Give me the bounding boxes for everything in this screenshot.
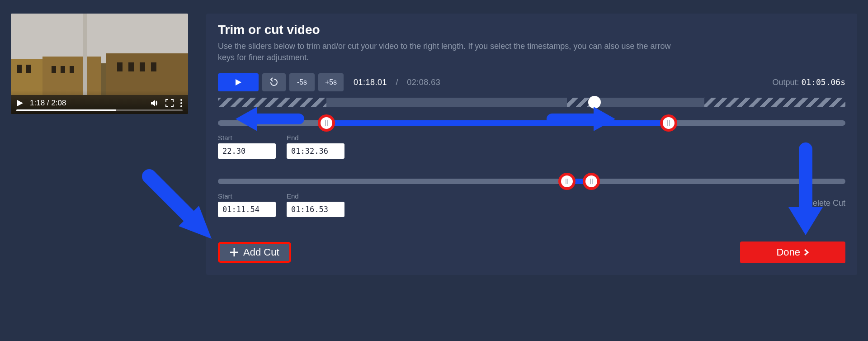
time-readout: 01:18.01 / 02:08.63 <box>354 77 440 87</box>
svg-rect-11 <box>70 66 74 73</box>
end-label: End <box>287 134 344 142</box>
play-button[interactable] <box>218 73 259 91</box>
duration: 02:08.63 <box>407 78 440 87</box>
add-cut-button[interactable]: Add Cut <box>218 242 291 263</box>
trim-start-field: Start <box>218 134 276 159</box>
done-button[interactable]: Done <box>740 242 845 263</box>
trim-segment: Start End <box>218 120 845 159</box>
svg-rect-14 <box>140 62 145 71</box>
svg-marker-17 <box>151 100 155 106</box>
trim-end-field: End <box>287 134 344 159</box>
cut-start-handle[interactable] <box>558 173 576 190</box>
end-label: End <box>287 192 344 200</box>
trim-slider[interactable] <box>218 120 845 126</box>
play-icon[interactable] <box>16 99 24 107</box>
svg-marker-16 <box>17 100 23 106</box>
svg-rect-2 <box>11 59 42 95</box>
cut-slider[interactable] <box>218 179 845 184</box>
trim-panel: Trim or cut video Use the sliders below … <box>206 14 857 275</box>
video-preview[interactable]: 1:18 / 2:08 <box>11 14 188 114</box>
plus-5s-button[interactable]: +5s <box>318 73 344 91</box>
svg-rect-9 <box>52 66 56 73</box>
video-scrubber[interactable] <box>218 98 845 107</box>
cut-start-field: Start <box>218 192 276 217</box>
trim-start-handle[interactable] <box>318 114 335 132</box>
trim-start-input[interactable] <box>218 143 276 159</box>
kept-region <box>326 98 567 107</box>
svg-point-20 <box>180 105 182 107</box>
output-length: Output: 01:05.06s <box>772 77 845 87</box>
playhead-handle[interactable] <box>588 96 601 109</box>
cut-end-input[interactable] <box>287 202 344 217</box>
video-time-display: 1:18 / 2:08 <box>30 99 66 108</box>
svg-rect-7 <box>17 65 22 73</box>
page-description: Use the sliders below to trim and/or cut… <box>218 41 679 63</box>
current-time: 01:18.01 <box>354 78 387 87</box>
trim-end-handle[interactable] <box>660 114 677 132</box>
cut-segment: Start End Delete Cut <box>218 179 845 217</box>
video-progress-bar[interactable] <box>16 109 183 111</box>
delete-cut-link[interactable]: Delete Cut <box>807 199 845 208</box>
cut-end-field: End <box>287 192 344 217</box>
video-progress-fill <box>16 109 116 111</box>
toolbar: -5s +5s 01:18.01 / 02:08.63 Output: 01:0… <box>218 73 845 91</box>
panel-footer: Add Cut Done <box>218 242 845 263</box>
more-icon[interactable] <box>180 99 183 107</box>
trim-range <box>326 120 668 126</box>
svg-rect-13 <box>128 62 134 71</box>
svg-rect-10 <box>61 66 65 73</box>
page-title: Trim or cut video <box>218 23 845 37</box>
svg-rect-8 <box>26 65 31 73</box>
svg-rect-15 <box>151 62 156 71</box>
minus-5s-button[interactable]: -5s <box>289 73 315 91</box>
trim-end-input[interactable] <box>287 143 344 159</box>
svg-point-18 <box>180 99 182 101</box>
kept-region <box>591 98 704 107</box>
rewind-button[interactable] <box>262 73 286 91</box>
start-label: Start <box>218 192 276 200</box>
svg-point-19 <box>180 102 182 104</box>
cut-end-handle[interactable] <box>583 173 600 190</box>
volume-icon[interactable] <box>150 99 159 108</box>
svg-rect-12 <box>117 62 123 71</box>
start-label: Start <box>218 134 276 142</box>
svg-marker-21 <box>236 79 241 85</box>
fullscreen-icon[interactable] <box>165 99 174 107</box>
cut-start-input[interactable] <box>218 202 276 217</box>
